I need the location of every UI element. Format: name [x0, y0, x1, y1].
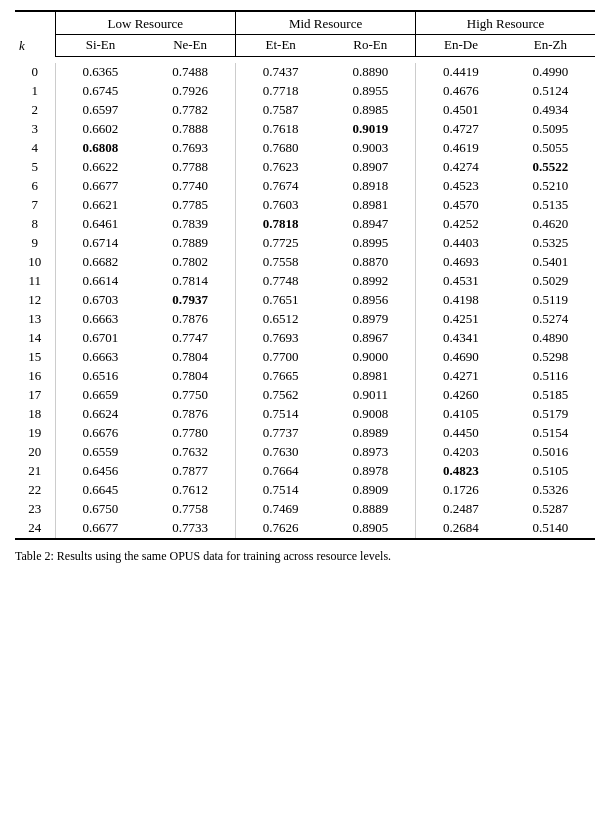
cell-value: 0.4676 — [416, 82, 506, 101]
cell-value: 0.4252 — [416, 215, 506, 234]
cell-value: 0.7725 — [235, 234, 325, 253]
cell-value: 0.8979 — [326, 310, 416, 329]
cell-value: 0.5154 — [506, 424, 595, 443]
cell-value: 0.5179 — [506, 405, 595, 424]
cell-value: 0.7747 — [145, 329, 235, 348]
cell-value: 0.4727 — [416, 120, 506, 139]
cell-value: 0.8981 — [326, 196, 416, 215]
cell-value: 0.9008 — [326, 405, 416, 424]
k-value: 16 — [15, 367, 55, 386]
cell-value: 0.6512 — [235, 310, 325, 329]
table-row: 210.64560.78770.76640.89780.48230.5105 — [15, 462, 595, 481]
cell-value: 0.7469 — [235, 500, 325, 519]
k-column-header: k — [15, 11, 55, 57]
table-row: 170.66590.77500.75620.90110.42600.5185 — [15, 386, 595, 405]
cell-value: 0.6745 — [55, 82, 145, 101]
table-row: 130.66630.78760.65120.89790.42510.5274 — [15, 310, 595, 329]
cell-value: 0.8995 — [326, 234, 416, 253]
cell-value: 0.8985 — [326, 101, 416, 120]
k-value: 6 — [15, 177, 55, 196]
cell-value: 0.8981 — [326, 367, 416, 386]
table-caption: Table 2: Results using the same OPUS dat… — [15, 548, 595, 565]
cell-value: 0.8973 — [326, 443, 416, 462]
cell-value: 0.7664 — [235, 462, 325, 481]
results-table: k Low Resource Mid Resource High Resourc… — [15, 10, 595, 540]
cell-value: 0.7788 — [145, 158, 235, 177]
cell-value: 0.7651 — [235, 291, 325, 310]
cell-value: 0.6645 — [55, 481, 145, 500]
si-en-header: Si-En — [55, 35, 145, 57]
cell-value: 0.7693 — [235, 329, 325, 348]
table-row: 00.63650.74880.74370.88900.44190.4990 — [15, 63, 595, 82]
cell-value: 0.6676 — [55, 424, 145, 443]
cell-value: 0.6456 — [55, 462, 145, 481]
k-value: 7 — [15, 196, 55, 215]
cell-value: 0.4203 — [416, 443, 506, 462]
cell-value: 0.7780 — [145, 424, 235, 443]
high-resource-header: High Resource — [416, 11, 595, 35]
cell-value: 0.8956 — [326, 291, 416, 310]
cell-value: 0.9003 — [326, 139, 416, 158]
cell-value: 0.7693 — [145, 139, 235, 158]
cell-value: 0.6703 — [55, 291, 145, 310]
cell-value: 0.5124 — [506, 82, 595, 101]
cell-value: 0.5119 — [506, 291, 595, 310]
cell-value: 0.6714 — [55, 234, 145, 253]
cell-value: 0.7700 — [235, 348, 325, 367]
cell-value: 0.7733 — [145, 519, 235, 539]
cell-value: 0.7665 — [235, 367, 325, 386]
cell-value: 0.7758 — [145, 500, 235, 519]
cell-value: 0.7514 — [235, 405, 325, 424]
cell-value: 0.7618 — [235, 120, 325, 139]
cell-value: 0.4260 — [416, 386, 506, 405]
cell-value: 0.7748 — [235, 272, 325, 291]
table-row: 150.66630.78040.77000.90000.46900.5298 — [15, 348, 595, 367]
cell-value: 0.8890 — [326, 63, 416, 82]
cell-value: 0.4341 — [416, 329, 506, 348]
table-row: 60.66770.77400.76740.89180.45230.5210 — [15, 177, 595, 196]
cell-value: 0.8870 — [326, 253, 416, 272]
cell-value: 0.7802 — [145, 253, 235, 272]
cell-value: 0.4890 — [506, 329, 595, 348]
cell-value: 0.7562 — [235, 386, 325, 405]
k-value: 24 — [15, 519, 55, 539]
cell-value: 0.4198 — [416, 291, 506, 310]
cell-value: 0.4690 — [416, 348, 506, 367]
cell-value: 0.1726 — [416, 481, 506, 500]
cell-value: 0.8905 — [326, 519, 416, 539]
low-resource-header: Low Resource — [55, 11, 235, 35]
cell-value: 0.2684 — [416, 519, 506, 539]
table-row: 200.65590.76320.76300.89730.42030.5016 — [15, 443, 595, 462]
et-en-header: Et-En — [235, 35, 325, 57]
cell-value: 0.7750 — [145, 386, 235, 405]
cell-value: 0.4274 — [416, 158, 506, 177]
cell-value: 0.7623 — [235, 158, 325, 177]
cell-value: 0.5401 — [506, 253, 595, 272]
table-row: 10.67450.79260.77180.89550.46760.5124 — [15, 82, 595, 101]
cell-value: 0.7437 — [235, 63, 325, 82]
table-row: 120.67030.79370.76510.89560.41980.5119 — [15, 291, 595, 310]
cell-value: 0.6682 — [55, 253, 145, 272]
cell-value: 0.6622 — [55, 158, 145, 177]
cell-value: 0.8992 — [326, 272, 416, 291]
table-row: 240.66770.77330.76260.89050.26840.5140 — [15, 519, 595, 539]
cell-value: 0.7740 — [145, 177, 235, 196]
cell-value: 0.5140 — [506, 519, 595, 539]
ne-en-header: Ne-En — [145, 35, 235, 57]
cell-value: 0.8907 — [326, 158, 416, 177]
cell-value: 0.8947 — [326, 215, 416, 234]
cell-value: 0.6808 — [55, 139, 145, 158]
en-de-header: En-De — [416, 35, 506, 57]
cell-value: 0.7818 — [235, 215, 325, 234]
cell-value: 0.6663 — [55, 310, 145, 329]
table-row: 110.66140.78140.77480.89920.45310.5029 — [15, 272, 595, 291]
cell-value: 0.8967 — [326, 329, 416, 348]
cell-value: 0.7587 — [235, 101, 325, 120]
cell-value: 0.5522 — [506, 158, 595, 177]
cell-value: 0.6602 — [55, 120, 145, 139]
cell-value: 0.6516 — [55, 367, 145, 386]
table-row: 140.67010.77470.76930.89670.43410.4890 — [15, 329, 595, 348]
cell-value: 0.7876 — [145, 310, 235, 329]
cell-value: 0.8918 — [326, 177, 416, 196]
table-row: 20.65970.77820.75870.89850.45010.4934 — [15, 101, 595, 120]
